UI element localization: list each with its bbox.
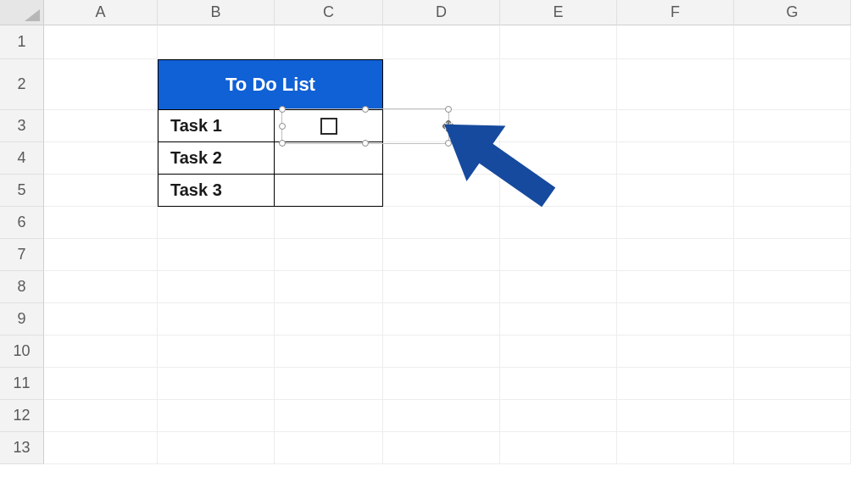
cell-A4[interactable] <box>44 142 158 175</box>
column-header-C[interactable]: C <box>275 0 383 25</box>
cell-B9[interactable] <box>158 303 275 336</box>
resize-handle-w[interactable] <box>279 123 286 130</box>
cell-A12[interactable] <box>44 400 158 432</box>
select-all-corner[interactable] <box>0 0 44 25</box>
cell-B13[interactable] <box>158 432 275 464</box>
cell-D12[interactable] <box>383 400 500 432</box>
cell-G1[interactable] <box>734 25 851 59</box>
task-cell-2[interactable]: Task 2 <box>158 142 275 175</box>
cell-F13[interactable] <box>617 432 734 464</box>
cell-D9[interactable] <box>383 303 500 336</box>
cell-A3[interactable] <box>44 110 158 142</box>
cell-G13[interactable] <box>734 432 851 464</box>
cell-A10[interactable] <box>44 336 158 368</box>
cell-F3[interactable] <box>617 110 734 142</box>
cell-C1[interactable] <box>275 25 383 59</box>
cell-F7[interactable] <box>617 239 734 271</box>
resize-handle-ne[interactable] <box>445 106 452 113</box>
cell-G4[interactable] <box>734 142 851 175</box>
cell-D11[interactable] <box>383 368 500 400</box>
cell-A6[interactable] <box>44 207 158 239</box>
column-header-A[interactable]: A <box>44 0 158 25</box>
cell-E7[interactable] <box>500 239 617 271</box>
resize-handle-sw[interactable] <box>279 140 286 147</box>
cell-B6[interactable] <box>158 207 275 239</box>
cell-F1[interactable] <box>617 25 734 59</box>
cell-A2[interactable] <box>44 59 158 110</box>
checkbox-form-control[interactable] <box>281 108 449 144</box>
cell-A13[interactable] <box>44 432 158 464</box>
column-header-E[interactable]: E <box>500 0 617 25</box>
cell-G5[interactable] <box>734 175 851 207</box>
row-header-12[interactable]: 12 <box>0 400 44 432</box>
cell-C11[interactable] <box>275 368 383 400</box>
cell-G10[interactable] <box>734 336 851 368</box>
row-header-13[interactable]: 13 <box>0 432 44 464</box>
cell-G3[interactable] <box>734 110 851 142</box>
task-cell-3[interactable]: Task 3 <box>158 175 275 207</box>
column-header-F[interactable]: F <box>617 0 734 25</box>
cell-E12[interactable] <box>500 400 617 432</box>
cell-B1[interactable] <box>158 25 275 59</box>
task-cell-1[interactable]: Task 1 <box>158 110 275 142</box>
row-header-11[interactable]: 11 <box>0 368 44 400</box>
cell-F6[interactable] <box>617 207 734 239</box>
row-header-10[interactable]: 10 <box>0 336 44 368</box>
cell-F9[interactable] <box>617 303 734 336</box>
cell-B11[interactable] <box>158 368 275 400</box>
row-header-1[interactable]: 1 <box>0 25 44 59</box>
cell-E10[interactable] <box>500 336 617 368</box>
cell-D13[interactable] <box>383 432 500 464</box>
cell-G11[interactable] <box>734 368 851 400</box>
cell-A11[interactable] <box>44 368 158 400</box>
cell-C6[interactable] <box>275 207 383 239</box>
cell-E13[interactable] <box>500 432 617 464</box>
column-header-G[interactable]: G <box>734 0 851 25</box>
row-header-8[interactable]: 8 <box>0 271 44 303</box>
resize-handle-n[interactable] <box>362 106 369 113</box>
cell-G12[interactable] <box>734 400 851 432</box>
cell-F4[interactable] <box>617 142 734 175</box>
cell-A7[interactable] <box>44 239 158 271</box>
cell-A9[interactable] <box>44 303 158 336</box>
cell-E9[interactable] <box>500 303 617 336</box>
column-header-D[interactable]: D <box>383 0 500 25</box>
row-header-6[interactable]: 6 <box>0 207 44 239</box>
cell-D2[interactable] <box>383 59 500 110</box>
cell-D7[interactable] <box>383 239 500 271</box>
cell-C12[interactable] <box>275 400 383 432</box>
cell-G6[interactable] <box>734 207 851 239</box>
task-status-cell-3[interactable] <box>275 175 383 207</box>
cell-B10[interactable] <box>158 336 275 368</box>
cell-F12[interactable] <box>617 400 734 432</box>
cell-D1[interactable] <box>383 25 500 59</box>
cell-F8[interactable] <box>617 271 734 303</box>
cell-A1[interactable] <box>44 25 158 59</box>
cell-F5[interactable] <box>617 175 734 207</box>
row-header-5[interactable]: 5 <box>0 175 44 207</box>
cell-A8[interactable] <box>44 271 158 303</box>
cell-D8[interactable] <box>383 271 500 303</box>
cell-B12[interactable] <box>158 400 275 432</box>
row-header-3[interactable]: 3 <box>0 110 44 142</box>
cell-C10[interactable] <box>275 336 383 368</box>
cell-F10[interactable] <box>617 336 734 368</box>
cell-B8[interactable] <box>158 271 275 303</box>
cell-A5[interactable] <box>44 175 158 207</box>
row-header-2[interactable]: 2 <box>0 59 44 110</box>
column-header-B[interactable]: B <box>158 0 275 25</box>
resize-handle-nw[interactable] <box>279 106 286 113</box>
cell-C8[interactable] <box>275 271 383 303</box>
resize-handle-s[interactable] <box>362 140 369 147</box>
cell-G8[interactable] <box>734 271 851 303</box>
row-header-9[interactable]: 9 <box>0 303 44 336</box>
row-header-7[interactable]: 7 <box>0 239 44 271</box>
row-header-4[interactable]: 4 <box>0 142 44 175</box>
cell-C9[interactable] <box>275 303 383 336</box>
cell-G9[interactable] <box>734 303 851 336</box>
todo-list-header[interactable]: To Do List <box>158 59 383 110</box>
checkbox-icon[interactable] <box>320 118 337 135</box>
cell-E8[interactable] <box>500 271 617 303</box>
cell-E2[interactable] <box>500 59 617 110</box>
task-status-cell-2[interactable] <box>275 142 383 175</box>
